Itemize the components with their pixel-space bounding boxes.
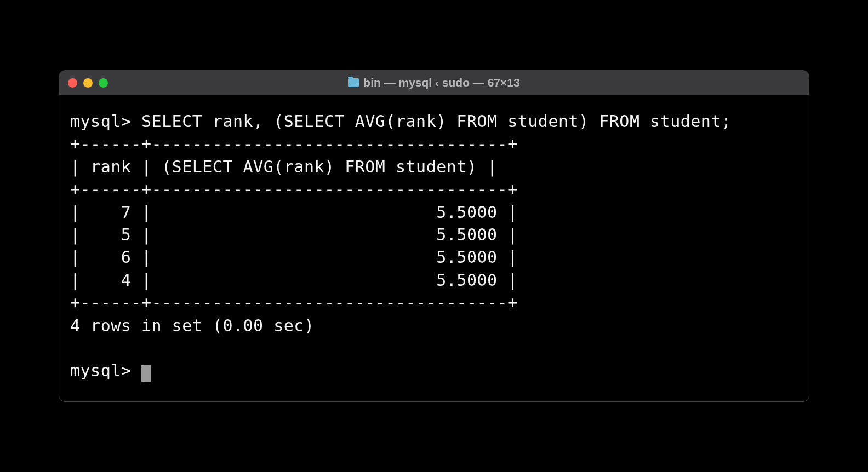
table-header: | rank | (SELECT AVG(rank) FROM student)… [70,157,498,176]
cursor [141,365,151,382]
terminal-output: mysql> SELECT rank, (SELECT AVG(rank) FR… [70,110,798,382]
prompt: mysql> [70,112,131,131]
sql-command: SELECT rank, (SELECT AVG(rank) FROM stud… [141,112,732,131]
terminal-body[interactable]: mysql> SELECT rank, (SELECT AVG(rank) FR… [59,95,809,401]
folder-icon [348,78,359,87]
maximize-button[interactable] [99,78,108,88]
table-border-bottom: +------+--------------------------------… [70,293,518,312]
table-border-top: +------+--------------------------------… [70,134,518,153]
window-title: bin — mysql ‹ sudo — 67×13 [363,76,519,89]
minimize-button[interactable] [83,78,93,88]
title-bar: bin — mysql ‹ sudo — 67×13 [59,71,809,95]
table-row: | 5 | 5.5000 | [70,225,518,244]
traffic-lights [68,78,108,88]
table-row: | 4 | 5.5000 | [70,270,518,290]
prompt: mysql> [70,361,141,380]
close-button[interactable] [68,78,77,88]
title-content: bin — mysql ‹ sudo — 67×13 [59,76,809,89]
result-summary: 4 rows in set (0.00 sec) [70,316,314,335]
table-border-mid: +------+--------------------------------… [70,180,518,199]
terminal-window: bin — mysql ‹ sudo — 67×13 mysql> SELECT… [59,70,809,402]
table-row: | 6 | 5.5000 | [70,247,518,267]
table-row: | 7 | 5.5000 | [70,203,518,222]
